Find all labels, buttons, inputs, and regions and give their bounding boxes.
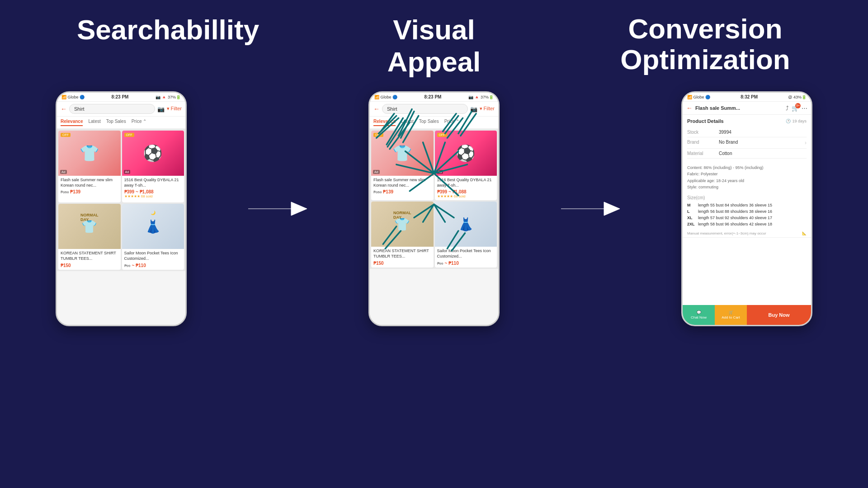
phone2-off-badge-1: OFF xyxy=(373,133,383,137)
phone3-material-row: Material Cotton xyxy=(687,149,807,159)
phone2-off-badge-2: OFF xyxy=(437,133,447,137)
phone3-stock-value: 39994 xyxy=(719,130,807,135)
arrow1-svg xyxy=(246,195,309,222)
phone1-wrapper: 📶 Globe 🔵 8:23 PM 📷 🔺 37%🔋 ← Shirt 📷 ▾ F… xyxy=(56,91,187,326)
phone2-tab-price[interactable]: Price ⌃ xyxy=(444,119,460,126)
phone3-details-header: Product Details 🕐 19 days xyxy=(687,118,807,124)
phone1-search-text: Shirt xyxy=(74,106,85,112)
tab-relevance[interactable]: Relevance xyxy=(61,119,83,126)
buy-now-button[interactable]: Buy Now xyxy=(747,305,811,325)
main-container: Searchabillity Visual Appeal ConversionO… xyxy=(0,0,868,488)
cart-count: 9+ xyxy=(795,103,801,108)
product-title-1: Flash sale Summer new slim Korean round … xyxy=(61,178,118,188)
phone3-page-title: Flash sale Summ... xyxy=(695,105,783,111)
phone3-back-icon[interactable]: ← xyxy=(686,104,693,112)
product-price-1: ₱350₱139 xyxy=(61,189,118,194)
product-image-1: OFF 👕 Ad xyxy=(58,131,121,176)
phone3-material-label: Material xyxy=(687,151,719,156)
phone1-search-input[interactable]: Shirt xyxy=(69,104,155,114)
size-row-2xl: 2XL length 58 bust 96 shoulders 42 sleev… xyxy=(687,221,807,227)
product-image-3: 👕 NORMALDAY xyxy=(58,204,121,249)
sailor-moon-icon: 👗 xyxy=(145,219,161,234)
product-card-4[interactable]: 👗 🌙 Sailor Moon Pocket Tees Icon Customi… xyxy=(122,204,184,269)
phone2-product-1[interactable]: OFF 👕 Ad Flash sale Summer new slim Kore… xyxy=(371,131,434,200)
product-info-3: KOREAN STATEMENT SHIRT TUMBLR TEES... ₱1… xyxy=(58,249,121,269)
phone2-price-3: ₱150 xyxy=(373,261,431,266)
product-price-3: ₱150 xyxy=(61,263,118,268)
normal-day-text: NORMALDAY xyxy=(80,213,99,222)
chat-icon: 💬 xyxy=(697,310,701,314)
phone3-measurement-note: Manual measurement, error(+-1~3cm) may o… xyxy=(683,230,811,238)
phone3-stock-label: Stock xyxy=(687,130,719,135)
phone2-product-4[interactable]: 👗 Sailor Moon Pocket Tees Icon Customize… xyxy=(435,202,497,267)
add-to-cart-button[interactable]: 🛒 Add to Cart xyxy=(715,305,747,325)
phone3-product-details: Product Details 🕐 19 days Stock 39994 Br… xyxy=(683,115,811,162)
phone2-back-icon[interactable]: ← xyxy=(373,105,380,113)
cart-icon-badge[interactable]: 🛒 9+ xyxy=(792,105,799,112)
tab-top-sales[interactable]: Top Sales xyxy=(106,119,126,126)
product-card-3[interactable]: 👕 NORMALDAY KOREAN STATEMENT SHIRT TUMBL… xyxy=(58,204,121,269)
phone1-search-icons: 📷 ▾ Filter xyxy=(157,106,182,113)
section3-title-wrapper: ConversionOptimization xyxy=(619,14,791,78)
product-info-4: Sailor Moon Pocket Tees Icon Customized.… xyxy=(122,249,184,269)
phone3-status-bar: 📶 Globe 🔵 8:32 PM @ 43%🔋 xyxy=(683,93,811,102)
phone3-material-value: Cotton xyxy=(719,151,807,156)
tab-latest[interactable]: Latest xyxy=(88,119,100,126)
phone2-filter-tabs: Relevance Latest Top Sales Price ⌃ xyxy=(370,117,498,129)
ad-badge-1: Ad xyxy=(60,170,67,174)
camera-icon[interactable]: 📷 xyxy=(157,106,165,113)
original-price-4: ₱99 xyxy=(124,264,131,268)
phone2-product-3[interactable]: 👕 NORMALDAY KOREAN STATEMENT SHIRT TUMBL… xyxy=(371,202,434,267)
phone2-screen: 📶 Globe 🔵 8:23 PM 📷 🔺 37%🔋 ← Shirt 📷 ▾ F… xyxy=(370,93,498,325)
product-title-2: 1516 Best Quality DYBALA 21 away T-sh... xyxy=(124,178,182,188)
phone2-info-4: Sailor Moon Pocket Tees Icon Customized.… xyxy=(435,247,497,267)
phone3-details-title: Product Details xyxy=(687,118,724,124)
phone1-back-icon[interactable]: ← xyxy=(61,105,67,113)
product-card-2[interactable]: OFF ⚽ Ad 1516 Best Quality DYBALA 21 awa… xyxy=(122,131,184,202)
tab-price[interactable]: Price ⌃ xyxy=(132,119,147,126)
phone2-shirt-1: 👕 xyxy=(392,144,412,163)
phone2-price-1: ₱350₱139 xyxy=(373,189,431,194)
arrow2-container xyxy=(557,195,624,222)
phone2-tab-top-sales[interactable]: Top Sales xyxy=(419,119,439,126)
phone1-filter-tabs: Relevance Latest Top Sales Price ⌃ xyxy=(57,117,185,129)
phone3-header-icons: ⤴ 🛒 9+ ⋯ xyxy=(786,105,807,112)
arrow2-svg xyxy=(559,195,622,222)
phone3-size-header: Size(cm) xyxy=(687,195,807,200)
phone2-camera-icon[interactable]: 📷 xyxy=(470,106,477,113)
section2-title: Visual Appeal xyxy=(387,14,481,77)
measurement-icon: 📐 xyxy=(802,231,807,235)
phone2-title-4: Sailor Moon Pocket Tees Icon Customized.… xyxy=(437,249,495,259)
chat-now-button[interactable]: 💬 Chat Now xyxy=(683,305,715,325)
phone2-filter-icon[interactable]: ▾ Filter xyxy=(480,106,495,113)
product-card-1[interactable]: OFF 👕 Ad Flash sale Summer new slim Kore… xyxy=(58,131,121,202)
phone2-title-1: Flash sale Summer new slim Korean round … xyxy=(373,178,431,188)
phone1-screen: 📶 Globe 🔵 8:23 PM 📷 🔺 37%🔋 ← Shirt 📷 ▾ F… xyxy=(57,93,185,325)
phone2-tab-latest[interactable]: Latest xyxy=(401,119,413,126)
filter-icon[interactable]: ▾ Filter xyxy=(167,106,182,113)
product-info-1: Flash sale Summer new slim Korean round … xyxy=(58,176,121,202)
phone3-status-left: 📶 Globe 🔵 xyxy=(687,95,710,99)
product-title-4: Sailor Moon Pocket Tees Icon Customized.… xyxy=(124,251,182,261)
phone3-brand-row[interactable]: Brand No Brand › xyxy=(687,137,807,149)
phone2-product-image-4: 👗 xyxy=(435,202,497,247)
buy-label: Buy Now xyxy=(768,312,789,318)
ad-badge-2: Ad xyxy=(124,170,131,174)
phone3-additional-info: Content: 86% (including) - 95% (includin… xyxy=(683,162,811,193)
original-price-1: ₱350 xyxy=(61,190,69,194)
phone3-bottom-bar: 💬 Chat Now 🛒 Add to Cart Buy Now xyxy=(683,305,811,325)
size-row-l: L length 56 bust 88 shoulders 38 sleeve … xyxy=(687,208,807,215)
more-icon[interactable]: ⋯ xyxy=(802,105,807,112)
section1-title-wrapper: Searchabillity xyxy=(77,14,249,78)
phone2-search-input[interactable]: Shirt xyxy=(382,104,468,114)
phone2-product-2[interactable]: OFF ⚽ Ad 1516 Best Quality DYBALA 21 awa… xyxy=(435,131,497,200)
product-image-2: OFF ⚽ Ad xyxy=(122,131,184,176)
phone2-info-1: Flash sale Summer new slim Korean round … xyxy=(371,176,434,196)
section3-title: ConversionOptimization xyxy=(620,13,790,75)
phone2-tab-relevance[interactable]: Relevance xyxy=(373,119,396,126)
phone1-search-bar: ← Shirt 📷 ▾ Filter xyxy=(57,102,185,117)
sailor-text: 🌙 xyxy=(151,211,156,215)
phone2-info-3: KOREAN STATEMENT SHIRT TUMBLR TEES... ₱1… xyxy=(371,247,434,267)
product-title-3: KOREAN STATEMENT SHIRT TUMBLR TEES... xyxy=(61,251,118,261)
share-icon[interactable]: ⤴ xyxy=(786,105,789,112)
